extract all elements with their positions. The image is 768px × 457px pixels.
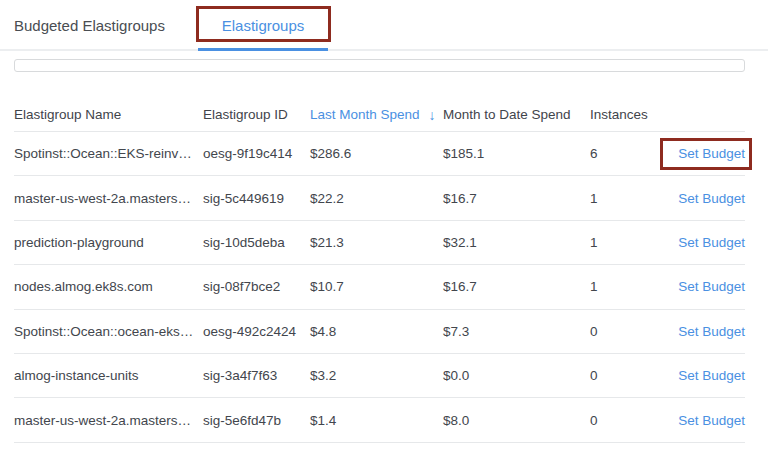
cell-month-to-date-spend: $185.1 [443, 146, 590, 161]
table-row: nodes.almog.ek8s.com sig-08f7bce2 $10.7 … [14, 265, 745, 309]
elastigroups-budget-screen: Budgeted Elastigroups Elastigroups Elast… [0, 0, 768, 443]
cell-instances: 0 [590, 413, 666, 428]
cell-action: Set Budget [666, 324, 745, 339]
table-row: Spotinst::Ocean::ocean-eks… oesg-492c242… [14, 310, 745, 354]
cell-instances: 0 [590, 324, 666, 339]
column-header-elastigroup-name[interactable]: Elastigroup Name [14, 107, 203, 122]
sort-descending-icon[interactable]: ↓ [429, 108, 436, 122]
cell-instances: 1 [590, 191, 666, 206]
cell-action: Set Budget [666, 191, 745, 206]
cell-elastigroup-id: sig-10d5deba [203, 235, 310, 250]
cell-month-to-date-spend: $8.0 [443, 413, 590, 428]
cell-elastigroup-name: almog-instance-units [14, 368, 203, 383]
column-header-month-to-date-spend[interactable]: Month to Date Spend [443, 107, 590, 122]
cell-elastigroup-name: nodes.almog.ek8s.com [14, 279, 203, 294]
cell-last-month-spend: $286.6 [310, 146, 443, 161]
cell-elastigroup-name: prediction-playground [14, 235, 203, 250]
table-header-row: Elastigroup Name Elastigroup ID Last Mon… [14, 98, 745, 132]
cell-action: Set Budget [666, 368, 745, 383]
cell-elastigroup-name: master-us-west-2a.masters… [14, 413, 203, 428]
cell-last-month-spend: $21.3 [310, 235, 443, 250]
cell-last-month-spend: $4.8 [310, 324, 443, 339]
column-header-elastigroup-id[interactable]: Elastigroup ID [203, 107, 310, 122]
cell-last-month-spend: $22.2 [310, 191, 443, 206]
cell-elastigroup-name: Spotinst::Ocean::EKS-reinv… [14, 146, 203, 161]
set-budget-link[interactable]: Set Budget [678, 235, 745, 250]
table-row: master-us-west-2a.masters… sig-5c449619 … [14, 176, 745, 220]
cell-action: Set Budget [666, 413, 745, 428]
cell-elastigroup-id: oesg-492c2424 [203, 324, 310, 339]
set-budget-link[interactable]: Set Budget [678, 146, 745, 161]
filter-input[interactable] [14, 59, 745, 72]
active-tab-underline [198, 48, 328, 51]
tab-elastigroups-label: Elastigroups [222, 17, 305, 34]
cell-action: Set Budget [666, 146, 745, 161]
set-budget-link[interactable]: Set Budget [678, 191, 745, 206]
cell-last-month-spend: $3.2 [310, 368, 443, 383]
cell-action: Set Budget [666, 279, 745, 294]
column-header-last-month-spend-label: Last Month Spend [310, 107, 420, 122]
cell-month-to-date-spend: $32.1 [443, 235, 590, 250]
cell-elastigroup-id: sig-5e6fd47b [203, 413, 310, 428]
tab-bar: Budgeted Elastigroups Elastigroups [0, 0, 768, 51]
cell-last-month-spend: $1.4 [310, 413, 443, 428]
cell-instances: 0 [590, 368, 666, 383]
cell-month-to-date-spend: $16.7 [443, 279, 590, 294]
cell-elastigroup-name: Spotinst::Ocean::ocean-eks… [14, 324, 203, 339]
set-budget-link[interactable]: Set Budget [678, 279, 745, 294]
column-header-instances[interactable]: Instances [590, 107, 666, 122]
column-header-last-month-spend[interactable]: Last Month Spend ↓ [310, 107, 443, 122]
cell-last-month-spend: $10.7 [310, 279, 443, 294]
cell-month-to-date-spend: $0.0 [443, 368, 590, 383]
table-row: almog-instance-units sig-3a4f7f63 $3.2 $… [14, 354, 745, 398]
cell-elastigroup-name: master-us-west-2a.masters… [14, 191, 203, 206]
cell-elastigroup-id: sig-08f7bce2 [203, 279, 310, 294]
elastigroups-table: Elastigroup Name Elastigroup ID Last Mon… [14, 98, 745, 443]
tab-budgeted-elastigroups[interactable]: Budgeted Elastigroups [14, 17, 164, 34]
cell-month-to-date-spend: $7.3 [443, 324, 590, 339]
table-body: Spotinst::Ocean::EKS-reinv… oesg-9f19c41… [14, 132, 745, 443]
table-row: master-us-west-2a.masters… sig-5e6fd47b … [14, 398, 745, 442]
cell-instances: 1 [590, 279, 666, 294]
tab-elastigroups[interactable]: Elastigroups [198, 2, 328, 49]
cell-action: Set Budget [666, 235, 745, 250]
table-row: Spotinst::Ocean::EKS-reinv… oesg-9f19c41… [14, 132, 745, 176]
set-budget-link[interactable]: Set Budget [678, 368, 745, 383]
set-budget-link[interactable]: Set Budget [678, 324, 745, 339]
cell-instances: 1 [590, 235, 666, 250]
cell-elastigroup-id: sig-3a4f7f63 [203, 368, 310, 383]
cell-month-to-date-spend: $16.7 [443, 191, 590, 206]
set-budget-link[interactable]: Set Budget [678, 413, 745, 428]
cell-instances: 6 [590, 146, 666, 161]
table-row: prediction-playground sig-10d5deba $21.3… [14, 221, 745, 265]
cell-elastigroup-id: sig-5c449619 [203, 191, 310, 206]
cell-elastigroup-id: oesg-9f19c414 [203, 146, 310, 161]
